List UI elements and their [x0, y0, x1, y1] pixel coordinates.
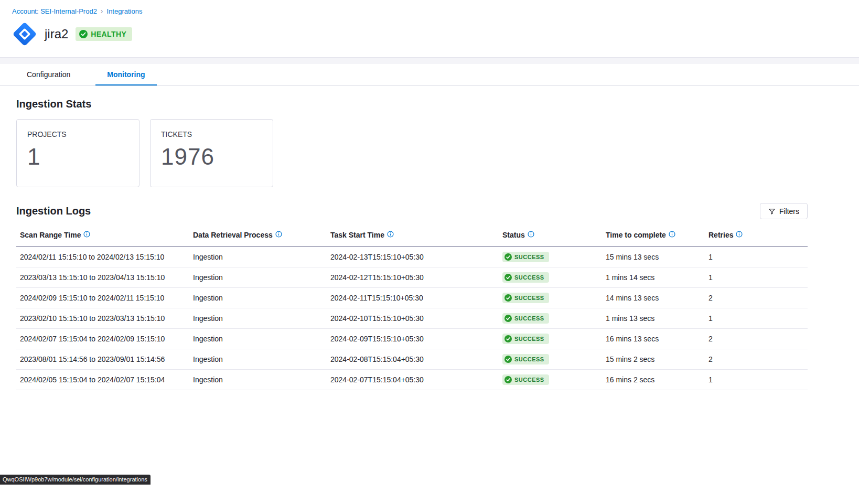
info-icon[interactable]	[275, 231, 282, 239]
status-cell: SUCCESS	[499, 267, 602, 288]
status-cell: SUCCESS	[499, 288, 602, 308]
ingestion-logs-heading: Ingestion Logs	[16, 205, 91, 217]
retries-cell: 1	[705, 308, 808, 329]
health-status-badge: HEALTHY	[76, 27, 132, 41]
tab-monitoring[interactable]: Monitoring	[95, 64, 156, 85]
monitoring-content: Ingestion Stats PROJECTS 1 TICKETS 1976 …	[0, 98, 859, 390]
status-badge: SUCCESS	[502, 374, 549, 385]
time-to-complete-cell: 1 mins 14 secs	[602, 267, 705, 288]
log-row: 2023/08/01 15:14:56 to 2023/09/01 15:14:…	[16, 349, 808, 370]
process-cell: Ingestion	[189, 308, 327, 329]
log-row: 2024/02/09 15:15:10 to 2024/02/11 15:15:…	[16, 288, 808, 308]
time-to-complete-cell: 1 mins 13 secs	[602, 308, 705, 329]
task-start-cell: 2024-02-11T15:15:10+05:30	[327, 288, 499, 308]
log-row: 2023/02/10 15:15:10 to 2023/03/13 15:15:…	[16, 308, 808, 329]
breadcrumb-integrations-link[interactable]: Integrations	[107, 7, 143, 15]
check-circle-icon	[504, 356, 512, 363]
info-icon[interactable]	[83, 231, 90, 239]
column-scan-range-time: Scan Range Time	[16, 228, 189, 246]
ingestion-stats-cards: PROJECTS 1 TICKETS 1976	[16, 119, 808, 187]
page-header: Account: SEI-Internal-Prod2 › Integratio…	[0, 0, 859, 57]
time-to-complete-cell: 16 mins 2 secs	[602, 370, 705, 390]
projects-stat-label: PROJECTS	[27, 130, 128, 138]
column-status: Status	[499, 228, 602, 246]
column-task-start-time: Task Start Time	[327, 228, 499, 246]
status-badge-label: SUCCESS	[514, 336, 544, 342]
status-badge: SUCCESS	[502, 334, 549, 344]
tab-bar: Configuration Monitoring	[0, 64, 859, 86]
scan-range-cell: 2023/08/01 15:14:56 to 2023/09/01 15:14:…	[16, 349, 189, 370]
health-status-label: HEALTHY	[91, 30, 126, 38]
info-icon[interactable]	[736, 231, 743, 239]
scan-range-cell: 2024/02/07 15:15:04 to 2024/02/09 15:15:…	[16, 329, 189, 349]
retries-cell: 1	[705, 267, 808, 288]
task-start-cell: 2024-02-09T15:15:10+05:30	[327, 329, 499, 349]
status-badge-label: SUCCESS	[514, 377, 544, 383]
column-time-to-complete: Time to complete	[602, 228, 705, 246]
header-divider	[0, 57, 859, 64]
time-to-complete-cell: 15 mins 13 secs	[602, 246, 705, 267]
status-badge-label: SUCCESS	[514, 356, 544, 362]
task-start-cell: 2024-02-10T15:15:10+05:30	[327, 308, 499, 329]
status-bar-url: QwqOSIIWp9ob7w/module/sei/configuration/…	[0, 475, 151, 485]
log-row: 2024/02/07 15:15:04 to 2024/02/09 15:15:…	[16, 329, 808, 349]
status-badge: SUCCESS	[502, 272, 549, 283]
scan-range-cell: 2024/02/09 15:15:10 to 2024/02/11 15:15:…	[16, 288, 189, 308]
status-badge-label: SUCCESS	[514, 295, 544, 301]
info-icon[interactable]	[387, 231, 394, 239]
filters-button[interactable]: Filters	[760, 203, 808, 219]
column-retries: Retries	[705, 228, 808, 246]
tickets-stat-label: TICKETS	[161, 130, 262, 138]
time-to-complete-cell: 14 mins 13 secs	[602, 288, 705, 308]
check-circle-icon	[79, 30, 88, 38]
ingestion-logs-table: Scan Range Time Data Retrieval Process T…	[16, 228, 808, 390]
retries-cell: 2	[705, 288, 808, 308]
breadcrumb: Account: SEI-Internal-Prod2 › Integratio…	[12, 7, 859, 15]
retries-cell: 1	[705, 246, 808, 267]
process-cell: Ingestion	[189, 288, 327, 308]
integration-title: jira2	[45, 27, 68, 41]
status-cell: SUCCESS	[499, 329, 602, 349]
logs-table-body: 2024/02/11 15:15:10 to 2024/02/13 15:15:…	[16, 246, 808, 390]
log-row: 2024/02/11 15:15:10 to 2024/02/13 15:15:…	[16, 246, 808, 267]
jira-logo-icon	[12, 22, 37, 47]
info-icon[interactable]	[528, 231, 534, 239]
check-circle-icon	[504, 335, 512, 342]
scan-range-cell: 2024/02/05 15:15:04 to 2024/02/07 15:15:…	[16, 370, 189, 390]
status-badge-label: SUCCESS	[514, 315, 544, 321]
tickets-stat-card: TICKETS 1976	[150, 119, 273, 187]
task-start-cell: 2024-02-13T15:15:10+05:30	[327, 246, 499, 267]
status-cell: SUCCESS	[499, 370, 602, 390]
process-cell: Ingestion	[189, 267, 327, 288]
check-circle-icon	[504, 253, 512, 261]
tickets-stat-value: 1976	[161, 144, 262, 170]
time-to-complete-cell: 15 mins 2 secs	[602, 349, 705, 370]
log-row: 2024/02/05 15:15:04 to 2024/02/07 15:15:…	[16, 370, 808, 390]
scan-range-cell: 2023/03/13 15:15:10 to 2023/04/13 15:15:…	[16, 267, 189, 288]
process-cell: Ingestion	[189, 349, 327, 370]
status-badge: SUCCESS	[502, 354, 549, 364]
status-cell: SUCCESS	[499, 349, 602, 370]
log-row: 2023/03/13 15:15:10 to 2023/04/13 15:15:…	[16, 267, 808, 288]
retries-cell: 1	[705, 370, 808, 390]
ingestion-logs-header: Ingestion Logs Filters	[16, 203, 808, 219]
tab-configuration[interactable]: Configuration	[15, 64, 82, 85]
filters-button-label: Filters	[779, 207, 799, 216]
status-badge: SUCCESS	[502, 313, 549, 324]
task-start-cell: 2024-02-08T15:15:04+05:30	[327, 349, 499, 370]
process-cell: Ingestion	[189, 246, 327, 267]
breadcrumb-chevron-icon: ›	[101, 7, 103, 15]
ingestion-stats-heading: Ingestion Stats	[16, 98, 808, 110]
process-cell: Ingestion	[189, 329, 327, 349]
process-cell: Ingestion	[189, 370, 327, 390]
scan-range-cell: 2023/02/10 15:15:10 to 2023/03/13 15:15:…	[16, 308, 189, 329]
scan-range-cell: 2024/02/11 15:15:10 to 2024/02/13 15:15:…	[16, 246, 189, 267]
retries-cell: 2	[705, 329, 808, 349]
status-badge-label: SUCCESS	[514, 254, 544, 260]
info-icon[interactable]	[669, 231, 675, 239]
breadcrumb-account-link[interactable]: Account: SEI-Internal-Prod2	[12, 7, 97, 15]
status-badge-label: SUCCESS	[514, 274, 544, 281]
check-circle-icon	[504, 294, 512, 302]
projects-stat-card: PROJECTS 1	[16, 119, 139, 187]
status-cell: SUCCESS	[499, 246, 602, 267]
